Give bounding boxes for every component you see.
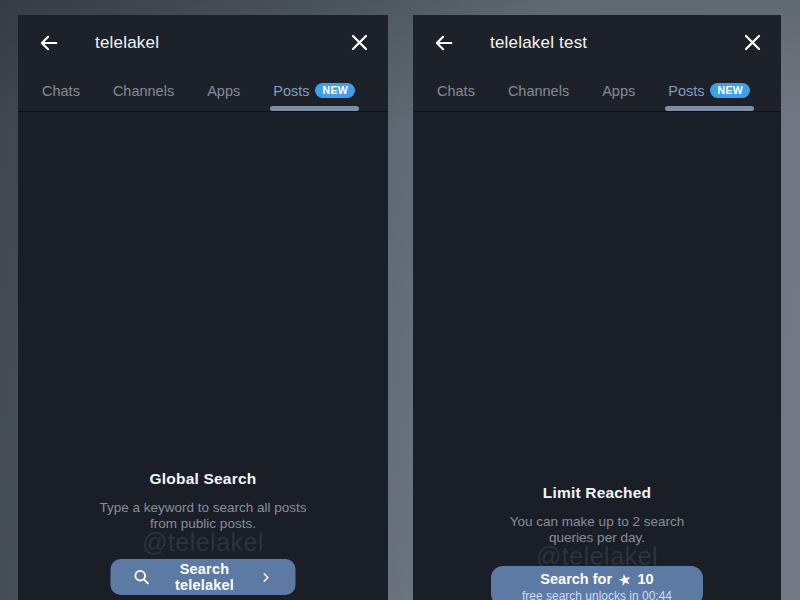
page-title: Global Search <box>18 470 388 488</box>
search-input[interactable]: telelakel test <box>490 33 739 53</box>
search-panel-left: telelakel Chats Channels Apps Posts NEW … <box>18 15 388 600</box>
description-line1: You can make up to 2 search <box>413 514 781 530</box>
paid-search-button-label: Search for <box>540 571 612 588</box>
star-icon: ★ <box>617 571 633 588</box>
search-tab-bar: Chats Channels Apps Posts NEW M <box>413 70 781 112</box>
paid-search-button[interactable]: Search for ★ 10 free search unlocks in 0… <box>491 566 703 600</box>
tab-apps-label: Apps <box>602 83 635 99</box>
tab-posts-label: Posts <box>273 83 309 99</box>
tab-channels[interactable]: Channels <box>508 70 569 111</box>
tab-posts-label: Posts <box>668 83 704 99</box>
back-arrow-icon <box>38 32 60 54</box>
active-tab-underline <box>665 106 754 111</box>
unlock-countdown-text: free search unlocks in 00:44 <box>522 589 672 600</box>
tab-chats-label: Chats <box>42 83 80 99</box>
tab-posts[interactable]: Posts NEW <box>668 70 750 111</box>
tab-apps-label: Apps <box>207 83 240 99</box>
tab-channels[interactable]: Channels <box>113 70 174 111</box>
tab-chats[interactable]: Chats <box>437 70 475 111</box>
star-amount: 10 <box>638 571 654 588</box>
posts-search-content: Limit Reached You can make up to 2 searc… <box>413 112 781 600</box>
back-button[interactable] <box>36 30 62 56</box>
search-header: telelakel test Chats Channels Apps Posts… <box>413 15 781 112</box>
search-input[interactable]: telelakel <box>95 33 346 53</box>
new-badge: NEW <box>710 83 750 99</box>
tab-channels-label: Channels <box>508 83 569 99</box>
watermark-text: @telelakel <box>18 528 388 557</box>
active-tab-underline <box>270 106 359 111</box>
posts-search-content: Global Search Type a keyword to search a… <box>18 112 388 600</box>
tab-chats[interactable]: Chats <box>42 70 80 111</box>
search-icon <box>134 569 150 585</box>
close-icon <box>351 34 368 51</box>
back-button[interactable] <box>431 30 457 56</box>
back-arrow-icon <box>433 32 455 54</box>
search-posts-button[interactable]: Search telelakel <box>111 559 296 595</box>
tab-apps[interactable]: Apps <box>602 70 635 111</box>
search-header: telelakel Chats Channels Apps Posts NEW … <box>18 15 388 112</box>
close-icon <box>744 34 761 51</box>
paid-search-button-line1: Search for ★ 10 <box>540 571 653 588</box>
new-badge: NEW <box>315 83 355 99</box>
close-button[interactable] <box>739 30 765 56</box>
tab-chats-label: Chats <box>437 83 475 99</box>
description-line1: Type a keyword to search all posts <box>18 500 388 516</box>
search-panel-right: telelakel test Chats Channels Apps Posts… <box>413 15 781 600</box>
page-title: Limit Reached <box>413 484 781 502</box>
search-tab-bar: Chats Channels Apps Posts NEW M <box>18 70 388 112</box>
search-button-label: Search telelakel <box>158 561 252 593</box>
tab-posts[interactable]: Posts NEW <box>273 70 355 111</box>
tab-apps[interactable]: Apps <box>207 70 240 111</box>
tab-channels-label: Channels <box>113 83 174 99</box>
close-button[interactable] <box>346 30 372 56</box>
chevron-right-icon <box>260 571 273 584</box>
